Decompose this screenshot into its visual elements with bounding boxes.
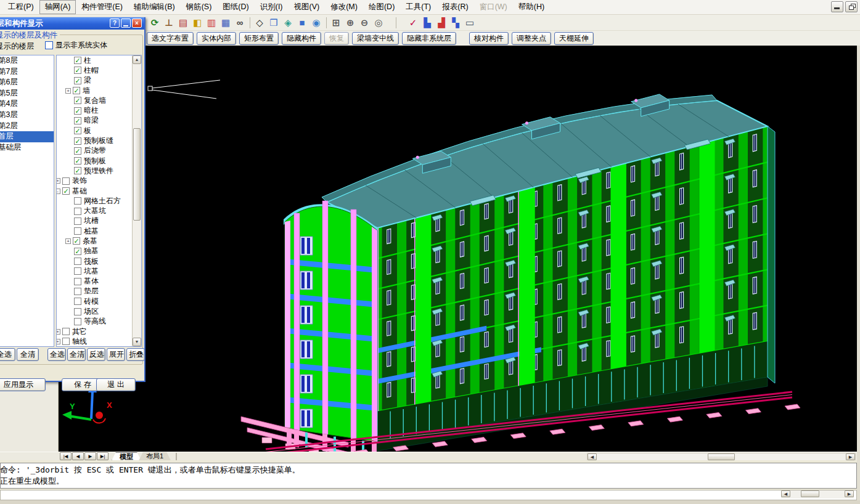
scroll-thumb[interactable] <box>801 490 819 497</box>
tree-item[interactable]: ✓预埋铁件 <box>57 166 133 176</box>
tree-select-button[interactable]: 全选 <box>47 348 66 361</box>
tree-item[interactable]: 坑槽 <box>57 216 133 226</box>
color-bars-icon[interactable]: ▥ <box>205 17 218 29</box>
layout-tab[interactable]: 布局1 <box>139 452 171 461</box>
component-checkbox[interactable]: ✓ <box>74 57 81 64</box>
tree-item[interactable]: 坑基 <box>57 266 133 276</box>
zoom-window-icon[interactable]: ⊞ <box>329 17 343 29</box>
tree-item[interactable]: ✓预制板缝 <box>57 136 133 145</box>
toolbar-button[interactable]: 选文字布置 <box>147 32 194 45</box>
menu-item[interactable]: 图纸(D) <box>217 0 254 14</box>
tree-item[interactable]: ✓后浇带 <box>57 146 133 156</box>
tree-item[interactable]: 基体 <box>57 277 133 287</box>
print-icon[interactable]: ▭ <box>463 17 477 29</box>
expand-icon[interactable]: + <box>65 238 71 244</box>
drawing-viewport[interactable]: ZYX <box>59 46 857 452</box>
scroll-right-icon[interactable]: ▶ <box>845 490 854 497</box>
tree-item[interactable]: ✓暗柱 <box>57 105 133 115</box>
component-checkbox[interactable]: ✓ <box>74 77 81 84</box>
menu-item[interactable]: 工程(P) <box>2 0 39 14</box>
tree-item[interactable]: +✓墙 <box>57 86 133 96</box>
component-checkbox[interactable] <box>74 208 81 215</box>
tree-item[interactable]: 等高线 <box>57 317 133 327</box>
command-history[interactable]: 命令: '_3dorbit 按 ESC 或 ENTER 键退出，或者单击鼠标右键… <box>0 463 857 489</box>
tree-item[interactable]: 大基坑 <box>57 206 133 216</box>
component-checkbox[interactable]: ✓ <box>74 248 81 255</box>
component-checkbox[interactable] <box>74 227 81 235</box>
component-checkbox[interactable] <box>74 288 81 295</box>
layout-tab[interactable]: 模型 <box>112 452 141 461</box>
command-input[interactable]: ◀ ▶ <box>0 490 857 500</box>
component-checkbox[interactable]: ✓ <box>73 237 80 245</box>
scroll-up-icon[interactable]: ▲ <box>133 55 141 64</box>
component-checkbox[interactable]: ✓ <box>74 157 81 165</box>
find-icon[interactable]: ∞ <box>233 17 247 29</box>
command-hscrollbar[interactable]: ◀ ▶ <box>781 490 854 498</box>
tree-select-button[interactable]: 折叠 <box>126 348 145 361</box>
component-checkbox[interactable]: ✓ <box>74 147 81 155</box>
tree-item[interactable]: ✓柱帽 <box>57 65 133 75</box>
tree-item[interactable]: ✓独基 <box>57 246 133 256</box>
tree-item[interactable]: 场区 <box>57 306 133 316</box>
floor-item[interactable]: 首层 <box>0 131 54 142</box>
floor-item[interactable]: 第6层 <box>0 77 54 88</box>
named-views-icon[interactable]: ❒ <box>267 17 281 29</box>
zoom-prev-icon[interactable]: ⊖ <box>358 17 371 29</box>
toolbar-button[interactable]: 矩形布置 <box>239 32 279 45</box>
dialog-help-button[interactable]: ? <box>110 18 120 28</box>
scroll-right-icon[interactable]: ▶ <box>846 453 855 460</box>
menu-item[interactable]: 修改(M) <box>325 0 363 14</box>
bulb-grid-icon[interactable]: ◧ <box>190 17 204 29</box>
tab-nav-button[interactable]: ▶ <box>84 452 96 460</box>
tree-scrollbar[interactable]: ▲ ▼ <box>132 55 141 346</box>
menu-item[interactable]: 识别(I) <box>255 0 289 14</box>
floor-item[interactable]: 第3层 <box>0 110 54 121</box>
toolbar-button[interactable]: 隐藏构件 <box>282 32 321 45</box>
menu-item[interactable]: 构件管理(E) <box>76 0 128 14</box>
rebar-graph-icon[interactable]: ▙ <box>420 17 434 29</box>
dialog-close-button[interactable]: × <box>132 18 142 28</box>
tree-item[interactable]: 网格土石方 <box>57 196 133 206</box>
bar-chart-icon[interactable]: ▟ <box>435 17 448 29</box>
floor-item[interactable]: 基础层 <box>0 142 54 153</box>
menu-item[interactable]: 钢筋(S) <box>181 0 218 14</box>
expand-icon[interactable]: + <box>57 339 60 344</box>
floor-item[interactable]: 第4层 <box>0 99 54 110</box>
window-restore-button[interactable] <box>845 1 858 12</box>
menu-item[interactable]: 帮助(H) <box>513 0 550 14</box>
floor-item[interactable]: 第2层 <box>0 121 54 132</box>
tree-item[interactable]: 桩基 <box>57 226 133 236</box>
menu-item[interactable]: 工具(T) <box>400 0 436 14</box>
floor-list[interactable]: 第8层第7层第6层第5层第4层第3层第2层首层基础层 <box>0 55 54 347</box>
tree-item[interactable]: 筏板 <box>57 256 133 266</box>
component-checkbox[interactable] <box>74 258 81 265</box>
tree-item[interactable]: +装饰 <box>57 176 133 186</box>
tree-select-button[interactable]: 反选 <box>87 348 105 361</box>
scroll-thumb[interactable] <box>133 128 141 221</box>
component-checkbox[interactable]: ✓ <box>73 87 80 94</box>
floor-item[interactable]: 第5层 <box>0 88 54 99</box>
component-checkbox[interactable] <box>74 267 81 275</box>
expand-icon[interactable]: + <box>65 88 71 94</box>
tree-item[interactable]: ✓柱 <box>57 55 133 65</box>
check-model-icon[interactable]: ✓ <box>406 17 420 29</box>
toolbar-button[interactable]: 隐藏非系统层 <box>402 32 456 45</box>
scroll-left-icon[interactable]: ◀ <box>781 490 790 497</box>
component-checkbox[interactable] <box>74 278 81 285</box>
update-model-icon[interactable]: ⟳ <box>148 17 162 29</box>
zoom-extents-icon[interactable]: ◎ <box>372 17 385 29</box>
tab-nav-button[interactable]: ▶| <box>97 452 109 460</box>
zoom-scale-icon[interactable]: ⊕ <box>343 17 357 29</box>
tree-item[interactable]: ✓板 <box>57 126 133 136</box>
tree-item[interactable]: -✓基础 <box>57 186 133 196</box>
component-checkbox[interactable]: ✓ <box>74 137 81 145</box>
tree-item[interactable]: ✓复合墙 <box>57 96 133 105</box>
floor-height-icon[interactable]: ⊥ <box>162 17 176 29</box>
scroll-left-icon[interactable]: ◀ <box>588 453 597 460</box>
component-checkbox[interactable]: ✓ <box>74 127 81 134</box>
component-checkbox[interactable] <box>74 197 81 205</box>
tree-item[interactable]: 垫层 <box>57 287 133 296</box>
component-checkbox[interactable] <box>74 298 81 305</box>
wireframe-box-icon[interactable]: ◇ <box>253 17 266 29</box>
toolbar-button[interactable]: 核对构件 <box>469 32 509 45</box>
